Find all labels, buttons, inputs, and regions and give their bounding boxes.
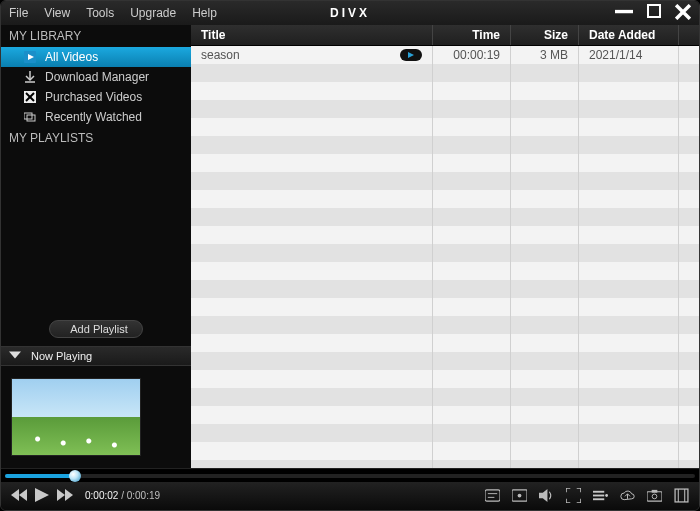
table-row [191, 172, 699, 190]
total-time: 0:00:19 [127, 490, 160, 501]
app-window: File View Tools Upgrade Help DIVX MY LIB… [0, 0, 700, 511]
add-playlist-label: Add Playlist [70, 323, 127, 335]
table-row [191, 334, 699, 352]
table-row [191, 424, 699, 442]
settings-icon[interactable] [674, 488, 689, 505]
menu-tools[interactable]: Tools [86, 6, 114, 20]
svg-rect-36 [675, 489, 688, 502]
table-row [191, 280, 699, 298]
seek-fill [5, 474, 77, 478]
sidebar-item-label: Purchased Videos [45, 90, 142, 104]
current-time: 0:00:02 [85, 490, 118, 501]
svg-marker-18 [19, 489, 27, 501]
purchased-icon [23, 91, 37, 103]
svg-marker-19 [35, 488, 49, 502]
minimize-button[interactable] [615, 4, 633, 23]
svg-rect-33 [647, 491, 662, 500]
col-date[interactable]: Date Added [579, 25, 679, 45]
column-headers: Title Time Size Date Added [191, 25, 699, 46]
cell-size: 3 MB [511, 46, 579, 64]
cell-title: season [191, 46, 433, 64]
download-icon [23, 71, 37, 83]
table-row [191, 154, 699, 172]
seek-bar[interactable] [1, 468, 699, 482]
table-row [191, 352, 699, 370]
seek-track [5, 474, 695, 478]
menu-file[interactable]: File [9, 6, 28, 20]
cell-time: 00:00:19 [433, 46, 511, 64]
table-row [191, 100, 699, 118]
now-playing-header[interactable]: Now Playing [1, 346, 191, 366]
table-row [191, 136, 699, 154]
now-playing-label: Now Playing [31, 350, 92, 362]
svg-rect-28 [593, 490, 604, 492]
svg-marker-21 [65, 489, 73, 501]
table-row [191, 226, 699, 244]
col-size[interactable]: Size [511, 25, 579, 45]
cell-date: 2021/1/14 [579, 46, 679, 64]
svg-marker-20 [57, 489, 65, 501]
table-row [191, 406, 699, 424]
seek-thumb[interactable] [69, 470, 81, 482]
sidebar-item-download-manager[interactable]: Download Manager [1, 67, 191, 87]
app-body: MY LIBRARY All VideosDownload ManagerPur… [1, 25, 699, 468]
playback-controls: 0:00:02 / 0:00:19 [1, 482, 699, 510]
video-thumbnail[interactable] [11, 378, 141, 456]
sidebar-item-all-videos[interactable]: All Videos [1, 47, 191, 67]
chevron-down-icon [9, 349, 21, 363]
sidebar-item-label: Recently Watched [45, 110, 142, 124]
menu-view[interactable]: View [44, 6, 70, 20]
menu-upgrade[interactable]: Upgrade [130, 6, 176, 20]
subtitle-icon[interactable] [485, 488, 500, 505]
sidebar: MY LIBRARY All VideosDownload ManagerPur… [1, 25, 191, 468]
table-row[interactable]: season00:00:193 MB2021/1/14 [191, 46, 699, 64]
close-button[interactable] [675, 4, 691, 23]
table-row [191, 82, 699, 100]
svg-marker-15 [9, 351, 21, 358]
table-row [191, 298, 699, 316]
sidebar-item-label: Download Manager [45, 70, 149, 84]
volume-icon[interactable] [539, 488, 554, 505]
table-row [191, 262, 699, 280]
col-title[interactable]: Title [191, 25, 433, 45]
time-display: 0:00:02 / 0:00:19 [85, 490, 160, 502]
svg-marker-27 [539, 488, 547, 501]
table-row [191, 190, 699, 208]
table-row [191, 388, 699, 406]
table-row [191, 64, 699, 82]
now-playing-thumbnail-area [1, 366, 191, 468]
table-row [191, 208, 699, 226]
recent-icon [23, 111, 37, 123]
playlist-icon[interactable] [593, 488, 608, 505]
maximize-button[interactable] [647, 4, 661, 23]
add-playlist-button[interactable]: Add Playlist [49, 320, 142, 338]
app-logo: DIVX [330, 6, 370, 20]
play-button[interactable] [35, 488, 49, 504]
svg-rect-29 [593, 494, 604, 496]
svg-marker-16 [408, 52, 414, 58]
svg-rect-22 [485, 489, 500, 500]
play-icon [23, 51, 37, 63]
sidebar-item-purchased-videos[interactable]: Purchased Videos [1, 87, 191, 107]
previous-button[interactable] [11, 488, 27, 504]
svg-rect-34 [652, 489, 658, 492]
table-row [191, 316, 699, 334]
svg-rect-30 [593, 498, 604, 500]
table-row [191, 370, 699, 388]
sidebar-item-label: All Videos [45, 50, 98, 64]
fullscreen-icon[interactable] [566, 488, 581, 505]
cast-icon[interactable] [512, 488, 527, 505]
col-time[interactable]: Time [433, 25, 511, 45]
now-playing-indicator-icon [400, 49, 422, 61]
cloud-icon[interactable] [620, 488, 635, 505]
library-header: MY LIBRARY [1, 25, 191, 47]
svg-rect-12 [27, 115, 35, 121]
menu-help[interactable]: Help [192, 6, 217, 20]
table-row [191, 460, 699, 468]
col-padding [679, 25, 699, 45]
snapshot-icon[interactable] [647, 488, 662, 505]
svg-rect-1 [648, 5, 660, 17]
sidebar-item-recently-watched[interactable]: Recently Watched [1, 107, 191, 127]
playlists-header: MY PLAYLISTS [1, 127, 191, 149]
next-button[interactable] [57, 488, 73, 504]
